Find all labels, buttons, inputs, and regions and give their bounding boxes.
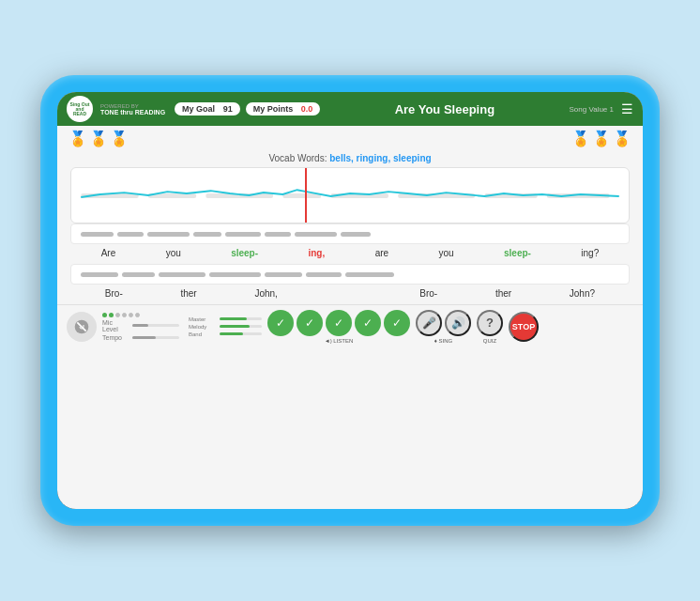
tempo-track[interactable] <box>132 336 179 339</box>
song-value: Song Value 1 <box>570 105 614 114</box>
note-bar <box>147 232 190 237</box>
note-bar <box>209 272 261 277</box>
tempo-fill <box>132 336 156 339</box>
mic-dots <box>102 313 179 317</box>
note-bar <box>306 272 342 277</box>
quiz-group: ? QUIZ <box>477 310 503 344</box>
note-bars-row2 <box>70 264 630 285</box>
points-pill[interactable]: My Points 0.0 <box>246 102 321 116</box>
check-button-5[interactable]: ✓ <box>384 310 410 336</box>
mic-dot-5 <box>129 313 133 317</box>
menu-icon[interactable]: ☰ <box>621 101 633 116</box>
syllable-you2: you <box>433 248 459 258</box>
note-bar <box>345 272 394 277</box>
mic-track[interactable] <box>132 324 179 327</box>
mic-label: Mic Level <box>102 319 129 332</box>
note-bars-row1 <box>70 223 630 244</box>
emoji-row: 🏅 🏅 🏅 🏅 🏅 🏅 <box>57 126 643 151</box>
syllable-sleep1: sleep- <box>225 248 264 258</box>
waveform-container <box>70 167 630 223</box>
tablet-screen: Sing Outand READ POWERED BY TONE thru RE… <box>57 92 643 509</box>
syllable-are: Are <box>96 248 122 258</box>
vocab-words: bells, ringing, sleeping <box>329 153 431 163</box>
stop-label: STOP <box>512 322 535 331</box>
note-bar <box>81 272 118 277</box>
powered-by-area: POWERED BY TONE thru READING <box>100 103 165 116</box>
points-value: 0.0 <box>301 104 313 114</box>
logo-icon: Sing Outand READ <box>67 96 93 122</box>
syllable-ther2: ther <box>490 288 517 299</box>
goal-pill[interactable]: My Goal 91 <box>175 102 240 116</box>
mic-dot-3 <box>115 313 120 317</box>
melody-label: Melody <box>189 324 217 330</box>
goal-label: My Goal <box>182 104 215 114</box>
waveform-svg <box>71 168 629 223</box>
melody-row: Melody <box>189 324 262 330</box>
syllable-bro1: Bro- <box>99 288 129 299</box>
emoji-right: 🏅 🏅 🏅 <box>571 130 632 147</box>
goal-value: 91 <box>223 104 233 114</box>
check-button-3[interactable]: ✓ <box>326 310 352 336</box>
note-bar <box>265 272 302 277</box>
sing-group: 🎤 🔊 ♦ SING <box>416 310 471 344</box>
bottom-controls: Mic Level Tempo Master <box>57 304 643 347</box>
sing-label: ♦ SING <box>434 338 452 344</box>
header-pills: My Goal 91 My Points 0.0 <box>175 102 320 116</box>
syllable-ing2: ing? <box>575 248 604 258</box>
band-fill <box>220 332 243 335</box>
syllable-sleep2: sleep- <box>498 248 537 258</box>
note-bar <box>295 232 337 237</box>
app-header: Sing Outand READ POWERED BY TONE thru RE… <box>57 92 643 126</box>
band-row: Band <box>189 331 262 337</box>
vocab-prefix: Vocab Words: <box>268 153 327 163</box>
microphone-button[interactable]: 🎤 <box>416 310 442 336</box>
syllable-ther1: ther <box>175 288 202 299</box>
note-bar <box>159 272 205 277</box>
note-bar <box>225 232 261 237</box>
syllable-john1: John, <box>249 288 282 299</box>
note-bar <box>265 232 291 237</box>
mic-mute-button[interactable] <box>67 312 97 342</box>
melody-fill <box>220 325 250 328</box>
note-bar <box>117 232 144 237</box>
speaker-button[interactable]: 🔊 <box>445 310 471 336</box>
tone-logo: TONE thru READING <box>100 109 165 116</box>
master-track[interactable] <box>220 317 262 320</box>
mic-level-slider: Mic Level <box>102 319 179 332</box>
band-track[interactable] <box>220 332 262 335</box>
mic-dot-2 <box>109 313 114 317</box>
sing-buttons: 🎤 🔊 <box>416 310 471 336</box>
lyrics-row1: Are you sleep- ing, are you sleep- ing? <box>57 246 643 260</box>
quiz-label: QUIZ <box>483 338 496 344</box>
note-bar <box>81 232 114 237</box>
check-button-4[interactable]: ✓ <box>355 310 381 336</box>
stop-button[interactable]: STOP <box>509 312 539 342</box>
check-button-2[interactable]: ✓ <box>297 310 323 336</box>
tempo-slider: Tempo <box>102 334 179 341</box>
note-bar <box>193 232 221 237</box>
check-button-1[interactable]: ✓ <box>267 310 294 336</box>
song-title: Are You Sleeping <box>320 102 569 116</box>
syllable-john2: John? <box>564 288 601 299</box>
syllable-bro2: Bro- <box>414 288 443 299</box>
mic-fill <box>132 324 148 327</box>
emoji-left: 🏅 🏅 🏅 <box>68 130 129 147</box>
melody-track[interactable] <box>220 325 262 328</box>
master-fill <box>220 317 247 320</box>
mic-dot-4 <box>122 313 127 317</box>
playhead <box>305 168 307 223</box>
listen-label: ◄) LISTEN <box>325 338 354 344</box>
app-screen: Sing Outand READ POWERED BY TONE thru RE… <box>57 92 643 509</box>
note-bar <box>122 272 155 277</box>
lyrics-row2: Bro- ther John, Bro- ther John? <box>57 286 643 300</box>
vocab-bar: Vocab Words: bells, ringing, sleeping <box>57 151 643 167</box>
volume-controls: Master Melody Band <box>189 316 262 337</box>
tablet-frame: Sing Outand READ POWERED BY TONE thru RE… <box>40 75 660 526</box>
mic-dot-6 <box>135 313 140 317</box>
points-label: My Points <box>253 104 294 114</box>
quiz-button[interactable]: ? <box>477 310 503 336</box>
syllable-are2: are <box>370 248 394 258</box>
mic-off-icon <box>74 319 89 334</box>
master-row: Master <box>189 316 262 322</box>
syllable-you1: you <box>160 248 187 258</box>
